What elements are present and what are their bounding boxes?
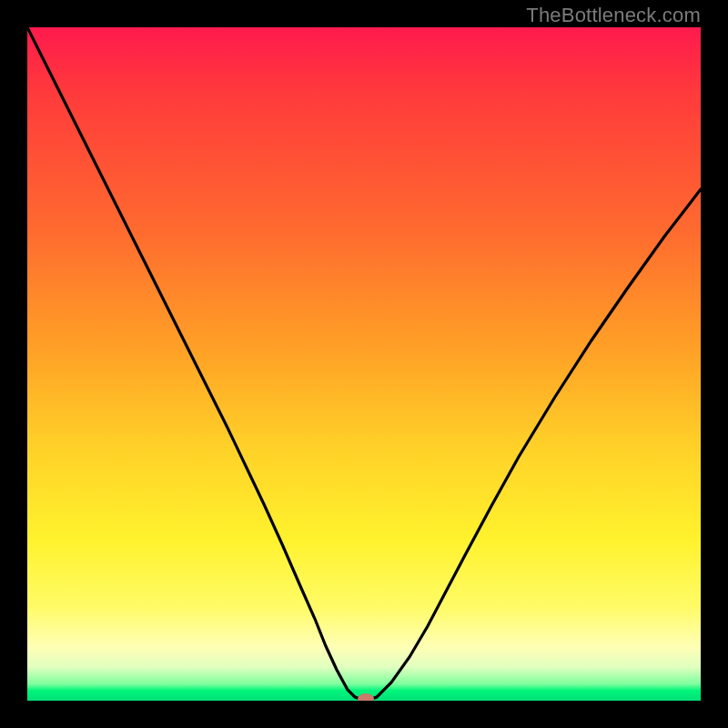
plot-area xyxy=(27,27,701,701)
chart-frame: TheBottleneck.com xyxy=(0,0,728,728)
bottleneck-curve-path xyxy=(27,27,701,701)
curve-svg xyxy=(27,27,701,701)
min-marker xyxy=(358,693,374,701)
attribution-text: TheBottleneck.com xyxy=(526,4,701,27)
